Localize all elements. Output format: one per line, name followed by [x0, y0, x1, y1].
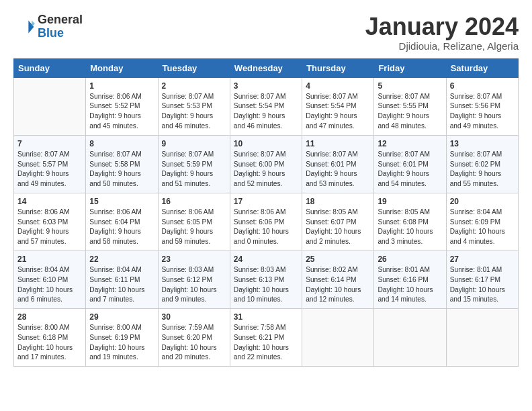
calendar-cell	[374, 309, 446, 367]
calendar-cell: 11Sunrise: 8:07 AM Sunset: 6:01 PM Dayli…	[302, 135, 374, 193]
calendar-cell: 22Sunrise: 8:04 AM Sunset: 6:11 PM Dayli…	[86, 250, 158, 308]
day-number: 22	[89, 255, 154, 264]
day-info: Sunrise: 8:00 AM Sunset: 6:18 PM Dayligh…	[17, 323, 82, 363]
day-number: 20	[450, 197, 515, 206]
day-info: Sunrise: 8:07 AM Sunset: 5:53 PM Dayligh…	[162, 92, 226, 132]
day-info: Sunrise: 8:07 AM Sunset: 6:00 PM Dayligh…	[234, 150, 298, 189]
header-sunday: Sunday	[14, 58, 86, 77]
day-number: 30	[162, 312, 226, 322]
calendar-cell: 18Sunrise: 8:05 AM Sunset: 6:07 PM Dayli…	[302, 193, 374, 250]
day-info: Sunrise: 8:07 AM Sunset: 5:54 PM Dayligh…	[234, 92, 298, 132]
calendar-cell: 13Sunrise: 8:07 AM Sunset: 6:02 PM Dayli…	[446, 135, 518, 193]
day-info: Sunrise: 8:06 AM Sunset: 6:04 PM Dayligh…	[89, 208, 154, 247]
calendar-cell: 10Sunrise: 8:07 AM Sunset: 6:00 PM Dayli…	[230, 135, 302, 193]
calendar-cell: 3Sunrise: 8:07 AM Sunset: 5:54 PM Daylig…	[230, 77, 302, 135]
day-number: 18	[306, 197, 370, 206]
day-info: Sunrise: 8:07 AM Sunset: 5:55 PM Dayligh…	[378, 92, 442, 132]
day-number: 8	[89, 139, 154, 148]
day-info: Sunrise: 8:07 AM Sunset: 5:59 PM Dayligh…	[162, 150, 226, 189]
calendar-cell: 7Sunrise: 8:07 AM Sunset: 5:57 PM Daylig…	[14, 135, 86, 193]
calendar-cell: 1Sunrise: 8:06 AM Sunset: 5:52 PM Daylig…	[86, 77, 158, 135]
day-info: Sunrise: 8:06 AM Sunset: 6:06 PM Dayligh…	[234, 208, 298, 247]
title-block: January 2024 Djidiouia, Relizane, Algeri…	[365, 13, 519, 52]
day-info: Sunrise: 8:05 AM Sunset: 6:08 PM Dayligh…	[378, 208, 442, 247]
logo-line1: General	[38, 13, 83, 27]
month-title: January 2024	[365, 13, 519, 40]
calendar-cell: 29Sunrise: 8:00 AM Sunset: 6:19 PM Dayli…	[86, 309, 158, 367]
day-number: 31	[234, 312, 298, 322]
calendar-header: SundayMondayTuesdayWednesdayThursdayFrid…	[14, 58, 519, 77]
calendar-cell: 23Sunrise: 8:03 AM Sunset: 6:12 PM Dayli…	[158, 250, 230, 308]
day-info: Sunrise: 8:06 AM Sunset: 5:52 PM Dayligh…	[89, 92, 154, 132]
day-number: 15	[89, 197, 154, 206]
day-number: 29	[89, 312, 154, 322]
header-saturday: Saturday	[446, 58, 518, 77]
day-info: Sunrise: 8:07 AM Sunset: 6:02 PM Dayligh…	[450, 150, 515, 189]
day-number: 28	[17, 312, 82, 322]
day-number: 3	[234, 81, 298, 91]
day-number: 6	[450, 81, 515, 91]
calendar-cell: 12Sunrise: 8:07 AM Sunset: 6:01 PM Dayli…	[374, 135, 446, 193]
logo-line2: Blue	[38, 27, 83, 40]
day-info: Sunrise: 7:59 AM Sunset: 6:20 PM Dayligh…	[162, 323, 226, 363]
calendar-cell: 26Sunrise: 8:01 AM Sunset: 6:16 PM Dayli…	[374, 250, 446, 308]
calendar-cell: 8Sunrise: 8:07 AM Sunset: 5:58 PM Daylig…	[86, 135, 158, 193]
header-wednesday: Wednesday	[230, 58, 302, 77]
calendar-cell: 24Sunrise: 8:03 AM Sunset: 6:13 PM Dayli…	[230, 250, 302, 308]
calendar-cell: 15Sunrise: 8:06 AM Sunset: 6:04 PM Dayli…	[86, 193, 158, 250]
calendar-cell: 21Sunrise: 8:04 AM Sunset: 6:10 PM Dayli…	[14, 250, 86, 308]
calendar-cell	[302, 309, 374, 367]
calendar-cell: 30Sunrise: 7:59 AM Sunset: 6:20 PM Dayli…	[158, 309, 230, 367]
day-info: Sunrise: 8:07 AM Sunset: 5:57 PM Dayligh…	[17, 150, 82, 189]
day-info: Sunrise: 8:07 AM Sunset: 6:01 PM Dayligh…	[306, 150, 370, 189]
calendar-cell: 28Sunrise: 8:00 AM Sunset: 6:18 PM Dayli…	[14, 309, 86, 367]
calendar-cell: 5Sunrise: 8:07 AM Sunset: 5:55 PM Daylig…	[374, 77, 446, 135]
calendar-cell: 27Sunrise: 8:01 AM Sunset: 6:17 PM Dayli…	[446, 250, 518, 308]
calendar-table: SundayMondayTuesdayWednesdayThursdayFrid…	[13, 58, 519, 367]
day-info: Sunrise: 8:02 AM Sunset: 6:14 PM Dayligh…	[306, 265, 370, 305]
day-info: Sunrise: 7:58 AM Sunset: 6:21 PM Dayligh…	[234, 323, 298, 363]
day-number: 25	[306, 255, 370, 264]
calendar-cell: 4Sunrise: 8:07 AM Sunset: 5:54 PM Daylig…	[302, 77, 374, 135]
day-info: Sunrise: 8:01 AM Sunset: 6:17 PM Dayligh…	[450, 265, 515, 305]
header-monday: Monday	[86, 58, 158, 77]
header-thursday: Thursday	[302, 58, 374, 77]
day-number: 21	[17, 255, 82, 264]
calendar-cell	[446, 309, 518, 367]
calendar-cell: 31Sunrise: 7:58 AM Sunset: 6:21 PM Dayli…	[230, 309, 302, 367]
day-number: 2	[162, 81, 226, 91]
day-number: 9	[162, 139, 226, 148]
calendar-cell: 6Sunrise: 8:07 AM Sunset: 5:56 PM Daylig…	[446, 77, 518, 135]
day-info: Sunrise: 8:04 AM Sunset: 6:09 PM Dayligh…	[450, 208, 515, 247]
calendar-cell: 14Sunrise: 8:06 AM Sunset: 6:03 PM Dayli…	[14, 193, 86, 250]
calendar-cell: 2Sunrise: 8:07 AM Sunset: 5:53 PM Daylig…	[158, 77, 230, 135]
day-number: 12	[378, 139, 442, 148]
day-number: 17	[234, 197, 298, 206]
day-number: 10	[234, 139, 298, 148]
header-friday: Friday	[374, 58, 446, 77]
calendar-cell: 20Sunrise: 8:04 AM Sunset: 6:09 PM Dayli…	[446, 193, 518, 250]
day-info: Sunrise: 8:01 AM Sunset: 6:16 PM Dayligh…	[378, 265, 442, 305]
calendar-cell: 25Sunrise: 8:02 AM Sunset: 6:14 PM Dayli…	[302, 250, 374, 308]
day-number: 4	[306, 81, 370, 91]
header-tuesday: Tuesday	[158, 58, 230, 77]
location-subtitle: Djidiouia, Relizane, Algeria	[365, 40, 519, 52]
logo-icon	[13, 16, 35, 38]
day-number: 24	[234, 255, 298, 264]
day-info: Sunrise: 8:07 AM Sunset: 5:56 PM Dayligh…	[450, 92, 515, 132]
calendar-cell: 9Sunrise: 8:07 AM Sunset: 5:59 PM Daylig…	[158, 135, 230, 193]
day-number: 26	[378, 255, 442, 264]
day-info: Sunrise: 8:00 AM Sunset: 6:19 PM Dayligh…	[89, 323, 154, 363]
day-number: 27	[450, 255, 515, 264]
day-info: Sunrise: 8:07 AM Sunset: 5:54 PM Dayligh…	[306, 92, 370, 132]
day-number: 5	[378, 81, 442, 91]
day-info: Sunrise: 8:03 AM Sunset: 6:12 PM Dayligh…	[162, 265, 226, 305]
day-number: 13	[450, 139, 515, 148]
day-info: Sunrise: 8:04 AM Sunset: 6:11 PM Dayligh…	[89, 265, 154, 305]
day-info: Sunrise: 8:07 AM Sunset: 6:01 PM Dayligh…	[378, 150, 442, 189]
day-number: 14	[17, 197, 82, 206]
day-info: Sunrise: 8:07 AM Sunset: 5:58 PM Dayligh…	[89, 150, 154, 189]
logo: General Blue	[13, 13, 83, 40]
day-number: 16	[162, 197, 226, 206]
day-number: 23	[162, 255, 226, 264]
